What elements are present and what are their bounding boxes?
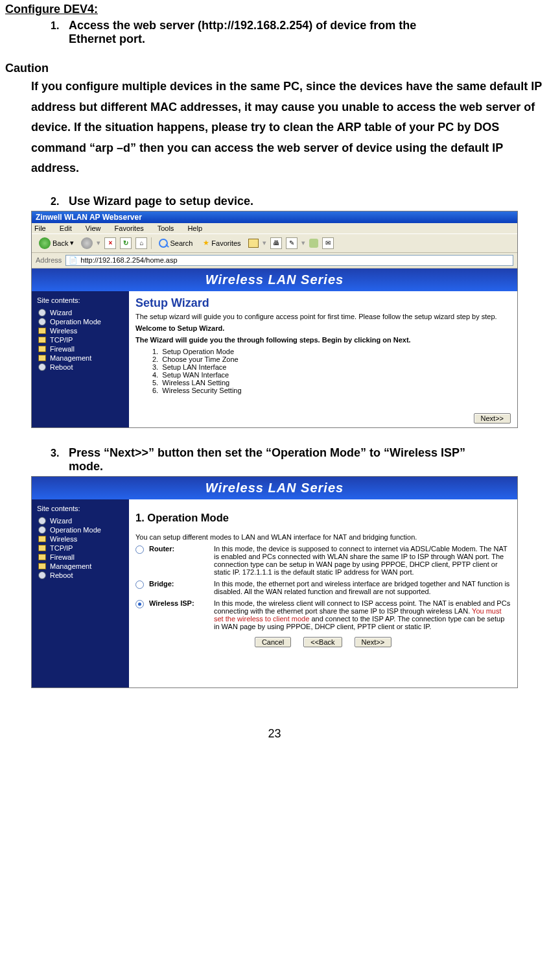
folder-icon (38, 346, 46, 352)
sidebar-item-firewall[interactable]: Firewall (32, 553, 129, 562)
step-2-text: Use Wizard page to setup device. (69, 195, 253, 208)
stop-button[interactable]: × (104, 237, 116, 249)
step-3-text-cont: mode. (51, 460, 544, 473)
screenshot-wizard: Zinwell WLAN AP Webserver File Edit View… (31, 211, 518, 428)
wizard-guide: The Wizard will guide you the through fo… (135, 336, 511, 344)
sidebar: Site contents: Wizard Operation Mode Wir… (32, 291, 129, 427)
mail-icon[interactable] (248, 239, 259, 248)
radio-bridge[interactable] (135, 580, 144, 589)
next-button[interactable]: Next>> (355, 637, 391, 647)
folder-icon (38, 337, 46, 343)
favorites-button[interactable]: ★Favorites (200, 237, 244, 248)
reboot-icon (38, 571, 46, 579)
product-banner: Wireless LAN Series (32, 477, 517, 499)
router-desc: In this mode, the device is supposed to … (214, 545, 511, 576)
address-input[interactable]: 📄http://192.168.2.254/home.asp (65, 255, 513, 266)
sidebar-item-operation-mode[interactable]: Operation Mode (32, 317, 129, 326)
folder-icon (38, 536, 46, 542)
product-banner: Wireless LAN Series (32, 269, 517, 291)
sidebar-item-tcpip[interactable]: TCP/IP (32, 544, 129, 553)
next-button[interactable]: Next>> (474, 413, 511, 424)
sidebar-item-management[interactable]: Management (32, 562, 129, 571)
sidebar-item-wireless[interactable]: Wireless (32, 534, 129, 544)
folder-icon (38, 554, 46, 560)
window-titlebar: Zinwell WLAN AP Webserver (32, 211, 517, 223)
cancel-button[interactable]: Cancel (255, 637, 291, 647)
paw-icon[interactable] (309, 239, 318, 248)
bridge-label: Bridge: (149, 580, 214, 588)
home-button[interactable]: ⌂ (135, 237, 147, 249)
menu-tools[interactable]: Tools (158, 224, 174, 232)
address-label: Address (36, 256, 62, 264)
sidebar-item-tcpip[interactable]: TCP/IP (32, 335, 129, 344)
search-button[interactable]: Search (156, 237, 196, 249)
search-icon (159, 239, 168, 248)
sidebar-item-wireless[interactable]: Wireless (32, 326, 129, 335)
screenshot-operation-mode: Wireless LAN Series Site contents: Wizar… (31, 476, 518, 688)
wizard-main: Setup Wizard The setup wizard will guide… (129, 291, 517, 427)
sidebar-item-firewall[interactable]: Firewall (32, 344, 129, 353)
back-button[interactable]: Back ▾ (36, 236, 77, 250)
back-button[interactable]: <<Back (303, 637, 342, 647)
caution-body: If you configure multiple devices in the… (31, 77, 544, 179)
forward-button[interactable] (81, 237, 93, 249)
menubar: File Edit View Favorites Tools Help (32, 223, 517, 233)
menu-view[interactable]: View (86, 224, 101, 232)
address-bar: Address 📄http://192.168.2.254/home.asp (32, 253, 517, 269)
sidebar-heading: Site contents: (32, 503, 129, 516)
step-1-text: Access the web server (http://192.168.2.… (69, 19, 416, 32)
sidebar-item-reboot[interactable]: Reboot (32, 363, 129, 372)
menu-favorites[interactable]: Favorites (115, 224, 144, 232)
page-number: 23 (5, 727, 544, 741)
star-icon: ★ (203, 239, 209, 247)
toolbar: Back ▾ ▾ × ↻ ⌂ Search ★Favorites ▾ 🖶 ✎▾ … (32, 233, 517, 253)
sidebar: Site contents: Wizard Operation Mode Wir… (32, 499, 129, 687)
menu-edit[interactable]: Edit (60, 224, 72, 232)
wizard-icon (38, 517, 46, 525)
folder-icon (38, 328, 46, 334)
opmode-icon (38, 318, 46, 326)
sidebar-item-operation-mode[interactable]: Operation Mode (32, 525, 129, 534)
sidebar-item-management[interactable]: Management (32, 353, 129, 363)
wizard-steps-list: 1. Setup Operation Mode 2. Choose your T… (152, 348, 511, 394)
sidebar-item-reboot[interactable]: Reboot (32, 571, 129, 580)
section-title: Configure DEV4: (5, 3, 544, 16)
reboot-icon (38, 363, 46, 371)
refresh-button[interactable]: ↻ (120, 237, 132, 249)
menu-file[interactable]: File (34, 224, 46, 232)
step-1-number: 1. (51, 20, 69, 32)
opmode-title: 1. Operation Mode (135, 512, 511, 524)
wisp-desc: In this mode, the wireless client will c… (214, 599, 511, 630)
sidebar-heading: Site contents: (32, 295, 129, 308)
wisp-label: Wireless ISP: (149, 599, 214, 607)
step-1-text-cont: Ethernet port. (51, 32, 544, 46)
folder-icon (38, 545, 46, 551)
wizard-icon (38, 309, 46, 317)
step-3-text: Press “Next>>” button then set the “Oper… (69, 446, 465, 459)
wizard-intro: The setup wizard will guide you to confi… (135, 313, 511, 320)
radio-router[interactable] (135, 545, 144, 554)
edit-button[interactable]: ✎ (286, 237, 298, 249)
wizard-welcome: Welcome to Setup Wizard. (135, 324, 511, 332)
bridge-desc: In this mode, the ethernet port and wire… (214, 580, 511, 595)
caution-heading: Caution (5, 62, 544, 75)
sidebar-item-wizard[interactable]: Wizard (32, 308, 129, 317)
router-label: Router: (149, 545, 214, 553)
step-2-number: 2. (51, 196, 69, 208)
print-button[interactable]: 🖶 (270, 237, 282, 249)
radio-wireless-isp[interactable] (135, 600, 144, 608)
msn-button[interactable]: ✉ (322, 237, 334, 249)
folder-icon (38, 563, 46, 569)
wizard-title: Setup Wizard (135, 296, 511, 310)
sidebar-item-wizard[interactable]: Wizard (32, 516, 129, 525)
opmode-intro: You can setup different modes to LAN and… (135, 533, 511, 541)
operation-mode-main: 1. Operation Mode You can setup differen… (129, 499, 517, 687)
menu-help[interactable]: Help (187, 224, 202, 232)
opmode-icon (38, 526, 46, 534)
back-icon (39, 237, 51, 249)
page-icon: 📄 (69, 256, 78, 265)
step-3-number: 3. (51, 448, 69, 459)
folder-icon (38, 355, 46, 361)
